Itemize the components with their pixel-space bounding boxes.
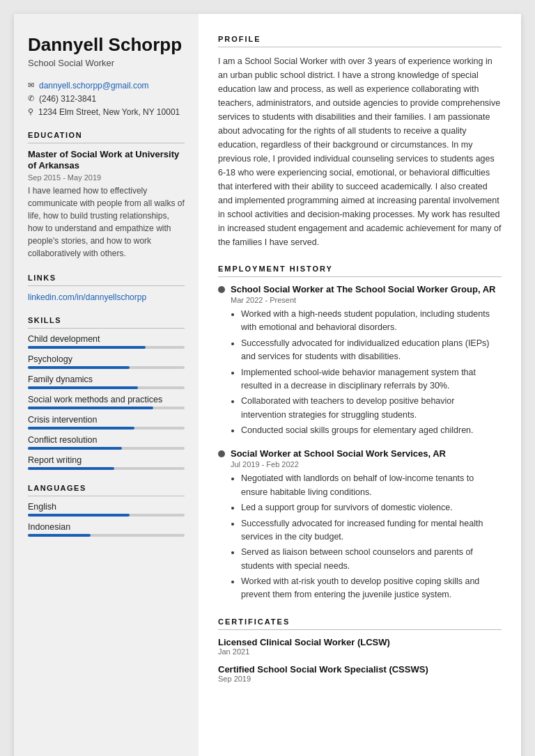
- job-bullet: Collaborated with teachers to develop po…: [241, 395, 502, 422]
- edu-dates: Sep 2015 - May 2019: [28, 173, 185, 182]
- links-title: Links: [28, 274, 185, 286]
- contact-block: ✉ dannyell.schorpp@gmail.com ✆ (246) 312…: [28, 81, 185, 117]
- links-section: Links linkedin.com/in/dannyellschorpp: [28, 274, 185, 302]
- address-text: 1234 Elm Street, New York, NY 10001: [38, 107, 180, 117]
- languages-list: English Indonesian: [28, 502, 185, 537]
- skill-label: Conflict resolution: [28, 435, 185, 445]
- resume-container: Dannyell Schorpp School Social Worker ✉ …: [14, 14, 521, 756]
- profile-text: I am a School Social Worker with over 3 …: [218, 54, 502, 249]
- cert-entry: Licensed Clinical Social Worker (LCSW) J…: [218, 637, 502, 656]
- skill-item: Family dynamics: [28, 375, 185, 389]
- job-bullet: Successfully advocated for increased fun…: [241, 517, 502, 544]
- job-header: School Social Worker at The School Socia…: [218, 284, 502, 294]
- job-dates: Jul 2019 - Feb 2022: [231, 460, 502, 468]
- skill-bar-bg: [28, 407, 185, 409]
- skill-bar-fill: [28, 467, 114, 470]
- job-bullet: Worked with at-risk youth to develop pos…: [241, 575, 502, 602]
- job-entry: School Social Worker at The School Socia…: [218, 284, 502, 437]
- certificates-section-title: Certificates: [218, 617, 502, 630]
- profile-section-title: Profile: [218, 35, 502, 47]
- skills-title: Skills: [28, 316, 185, 329]
- skill-item: Conflict resolution: [28, 435, 185, 450]
- jobs-list: School Social Worker at The School Socia…: [218, 284, 502, 602]
- language-label: English: [28, 502, 185, 512]
- language-bar-fill: [28, 514, 130, 517]
- job-dates: Mar 2022 - Present: [231, 296, 502, 304]
- skill-label: Child development: [28, 334, 185, 344]
- job-bullets: Worked with a high-needs student populat…: [231, 308, 502, 437]
- profile-section: Profile I am a School Social Worker with…: [218, 35, 502, 249]
- sidebar: Dannyell Schorpp School Social Worker ✉ …: [14, 14, 199, 756]
- skill-bar-bg: [28, 366, 185, 369]
- cert-entry: Certified School Social Work Specialist …: [218, 664, 502, 683]
- skill-bar-bg: [28, 427, 185, 430]
- phone-text: (246) 312-3841: [39, 94, 96, 104]
- email-item: ✉ dannyell.schorpp@gmail.com: [28, 81, 185, 90]
- job-bullets: Negotiated with landlords on behalf of l…: [231, 472, 502, 601]
- skill-item: Child development: [28, 334, 185, 349]
- linkedin-link-item: linkedin.com/in/dannyellschorpp: [28, 292, 185, 302]
- phone-item: ✆ (246) 312-3841: [28, 94, 185, 104]
- job-bullet: Led a support group for survivors of dom…: [241, 501, 502, 514]
- skill-label: Social work methods and practices: [28, 395, 185, 404]
- cert-name: Certified School Social Work Specialist …: [218, 664, 502, 675]
- language-item: English: [28, 502, 185, 517]
- cert-date: Sep 2019: [218, 675, 502, 683]
- skill-bar-fill: [28, 447, 122, 450]
- job-bullet: Conducted social skills groups for eleme…: [241, 424, 502, 437]
- job-entry: Social Worker at School Social Work Serv…: [218, 448, 502, 601]
- linkedin-link[interactable]: linkedin.com/in/dannyellschorpp: [28, 292, 146, 302]
- job-bullet: Successfully advocated for individualize…: [241, 337, 502, 364]
- cert-date: Jan 2021: [218, 647, 502, 656]
- job-dot: [218, 450, 225, 457]
- skill-bar-fill: [28, 407, 153, 409]
- language-bar-fill: [28, 534, 91, 537]
- job-bullet: Negotiated with landlords on behalf of l…: [241, 472, 502, 499]
- job-title: School Social Worker at The School Socia…: [231, 284, 495, 294]
- edu-description: I have learned how to effectively commun…: [28, 184, 185, 260]
- certificates-section: Certificates Licensed Clinical Social Wo…: [218, 617, 502, 683]
- certificates-list: Licensed Clinical Social Worker (LCSW) J…: [218, 637, 502, 683]
- skills-section: Skills Child development Psychology Fami…: [28, 316, 185, 470]
- skill-bar-bg: [28, 447, 185, 450]
- skill-bar-bg: [28, 346, 185, 349]
- address-item: ⚲ 1234 Elm Street, New York, NY 10001: [28, 107, 185, 117]
- skill-bar-fill: [28, 386, 138, 389]
- skill-label: Psychology: [28, 354, 185, 364]
- main-content: Profile I am a School Social Worker with…: [199, 14, 521, 756]
- languages-title: Languages: [28, 484, 185, 496]
- candidate-name: Dannyell Schorpp: [28, 35, 185, 55]
- skill-bar-fill: [28, 366, 130, 369]
- skill-item: Psychology: [28, 354, 185, 369]
- cert-name: Licensed Clinical Social Worker (LCSW): [218, 637, 502, 647]
- language-item: Indonesian: [28, 522, 185, 537]
- job-header: Social Worker at School Social Work Serv…: [218, 448, 502, 459]
- phone-icon: ✆: [28, 94, 34, 103]
- job-dot: [218, 286, 225, 293]
- candidate-title: School Social Worker: [28, 58, 185, 68]
- language-bar-bg: [28, 534, 185, 537]
- language-label: Indonesian: [28, 522, 185, 532]
- language-bar-bg: [28, 514, 185, 517]
- skill-bar-bg: [28, 467, 185, 470]
- skill-label: Crisis intervention: [28, 415, 185, 425]
- employment-section-title: Employment History: [218, 265, 502, 277]
- skill-item: Social work methods and practices: [28, 395, 185, 409]
- job-title: Social Worker at School Social Work Serv…: [231, 448, 446, 459]
- job-bullet: Worked with a high-needs student populat…: [241, 308, 502, 335]
- skill-bar-fill: [28, 346, 146, 349]
- skill-bar-bg: [28, 386, 185, 389]
- languages-section: Languages English Indonesian: [28, 484, 185, 537]
- education-title: Education: [28, 131, 185, 143]
- edu-degree: Master of Social Work at University of A…: [28, 149, 185, 173]
- location-icon: ⚲: [28, 107, 33, 116]
- job-bullet: Implemented school-wide behavior managem…: [241, 366, 502, 393]
- skill-bar-fill: [28, 427, 134, 430]
- skill-item: Report writing: [28, 455, 185, 470]
- education-section: Education Master of Social Work at Unive…: [28, 131, 185, 260]
- skill-item: Crisis intervention: [28, 415, 185, 430]
- employment-section: Employment History School Social Worker …: [218, 265, 502, 602]
- skills-list: Child development Psychology Family dyna…: [28, 334, 185, 470]
- email-link[interactable]: dannyell.schorpp@gmail.com: [39, 81, 149, 90]
- skill-label: Report writing: [28, 455, 185, 465]
